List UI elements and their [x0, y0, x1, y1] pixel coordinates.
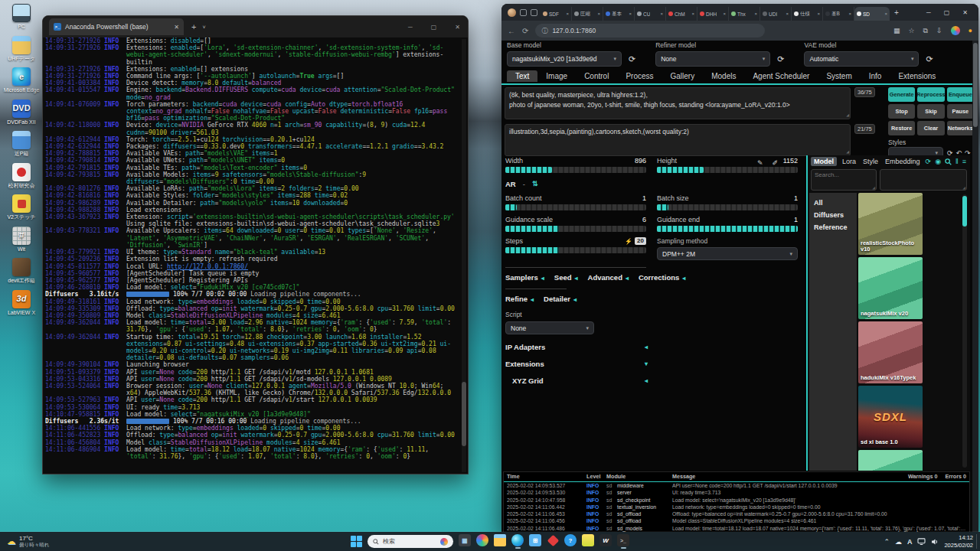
ime-indicator[interactable]: A	[907, 538, 913, 546]
browser-tabstrip[interactable]: SDF×圧縮×基本×CU×ChM×DHH×Thx×UDI×仕様×基B×SD× +…	[501, 4, 978, 21]
taskbar-icon-help[interactable]: ?	[564, 534, 577, 549]
accordion-refine[interactable]: Refine◂	[505, 295, 534, 303]
tab-text[interactable]: Text	[507, 70, 537, 82]
taskbar-search-box[interactable]: 検索	[368, 535, 453, 548]
model-card[interactable]: nagatsukiMix v20	[858, 257, 923, 319]
accordion-samplers[interactable]: Samplers◂	[505, 273, 544, 282]
taskbar-icon-notes[interactable]	[582, 534, 594, 549]
networks-tabs[interactable]: ModelLoraStyleEmbedding⟳◉ǁ≡×	[808, 155, 970, 168]
browser-tab[interactable]: DHH×	[697, 7, 729, 21]
section-extensions[interactable]: Extensions▾	[505, 360, 648, 368]
guidance-scale-slider[interactable]: Guidance scale6	[505, 216, 646, 232]
networks-description-box[interactable]	[880, 169, 967, 191]
networks-scrollbar[interactable]	[962, 194, 967, 468]
browser-tab[interactable]: 仕様×	[792, 7, 823, 21]
refiner-model-select[interactable]: None▾	[655, 51, 770, 67]
networks-filter-diffusers[interactable]: Diffusers	[814, 209, 852, 221]
restore-button[interactable]: Restore	[888, 121, 915, 135]
tab-control[interactable]: Control	[576, 70, 617, 82]
desktop-icon-folder[interactable]: UHFデータ	[3, 36, 40, 62]
vae-model-select[interactable]: Automatic▾	[804, 51, 919, 67]
model-card[interactable]: SDXLsd xl base 1.0	[858, 386, 923, 448]
terminal-tab-dropdown-icon[interactable]: ˅	[202, 24, 205, 30]
url-field[interactable]: ⓘ 127.0.0.1:7860	[535, 24, 765, 37]
taskbar-icon-copilot[interactable]	[476, 534, 488, 549]
networks-sort-icon[interactable]: ǁ	[956, 158, 959, 165]
network-icon[interactable]	[917, 538, 926, 545]
networks-tab-style[interactable]: Style	[861, 158, 880, 165]
taskbar-icon-explorer[interactable]	[494, 534, 506, 549]
desktop-icon-folder-blue[interactable]: 近P箱	[3, 131, 40, 157]
browser-window-button[interactable]: ─	[926, 9, 931, 16]
tab-agent-scheduler[interactable]: Agent Scheduler	[744, 70, 818, 82]
taskbar-icon-widgets[interactable]: ▦	[459, 534, 471, 549]
tab-process[interactable]: Process	[617, 70, 662, 82]
batch-size-slider[interactable]: Batch size1	[657, 194, 798, 210]
width-slider[interactable]: Width896	[505, 157, 646, 173]
refresh-icon[interactable]: ⟳	[522, 27, 528, 35]
desktop-icon-calc[interactable]: #Wit	[3, 227, 40, 253]
terminal-window-button[interactable]: ▢	[431, 24, 437, 31]
vae-model-refresh-icon[interactable]: ⟳	[926, 54, 933, 64]
sd-main-tabs[interactable]: TextImageControlProcessGalleryModelsAgen…	[507, 70, 944, 82]
networks-refresh-icon[interactable]: ⟳	[926, 158, 932, 165]
batch-count-slider[interactable]: Batch count1	[505, 194, 646, 210]
swap-dimensions-icon[interactable]: ⇅	[532, 180, 538, 187]
clear-button[interactable]: Clear	[917, 121, 944, 135]
browser-profile-avatar[interactable]	[508, 8, 516, 17]
terminal-window-controls[interactable]: ─▢✕	[408, 16, 460, 37]
terminal-window[interactable]: >_ Anaconda Powershell (base) ✕ + ˅ ─▢✕ …	[42, 15, 469, 474]
browser-tab-active[interactable]: SD×	[854, 7, 890, 21]
address-bar-actions[interactable]: ▦ ☆ ⧉ ⇩ ●	[893, 26, 972, 35]
taskbar-weather-widget[interactable]: ☁ 17°C 曇り時々晴れ	[0, 535, 56, 549]
desktop-icon-app-orange[interactable]: 3dLabVIEW X	[3, 290, 40, 316]
browser-tab[interactable]: SDF×	[541, 7, 572, 21]
new-tab-button[interactable]: +	[890, 8, 903, 17]
terminal-window-button[interactable]: ✕	[455, 24, 460, 31]
browser-tab[interactable]: 基本×	[603, 7, 635, 21]
networks-filter-all[interactable]: All	[814, 197, 852, 209]
desktop-icon-pc[interactable]: PC	[3, 4, 40, 30]
terminal-tab-close-icon[interactable]: ✕	[174, 24, 179, 31]
browser-page-scrollbar[interactable]	[972, 41, 978, 532]
networks-apply-icon[interactable]: ◉	[935, 158, 941, 165]
back-icon[interactable]: ←	[508, 27, 515, 35]
terminal-new-tab-button[interactable]: +	[191, 22, 196, 31]
copilot-icon[interactable]: ●	[969, 27, 972, 34]
enqueue-button[interactable]: Enqueue	[947, 87, 974, 102]
networks-tab-lora[interactable]: Lora	[841, 158, 858, 165]
browser-workspace-icons[interactable]	[505, 4, 541, 21]
browser-tabs[interactable]: SDF×圧縮×基本×CU×ChM×DHH×Thx×UDI×仕様×基B×SD×	[541, 7, 890, 21]
aspect-ratio-row[interactable]: AR-⇅	[505, 178, 798, 189]
networks-search-input[interactable]: Search...	[811, 169, 877, 191]
tab-image[interactable]: Image	[537, 70, 576, 82]
taskbar-icon-terminal[interactable]: >_	[617, 534, 629, 549]
networks-button[interactable]: Networks	[947, 121, 974, 135]
terminal-tab[interactable]: >_ Anaconda Powershell (base) ✕	[49, 18, 184, 35]
downloads-icon[interactable]: ⇩	[936, 27, 942, 34]
browser-window[interactable]: SDF×圧縮×基本×CU×ChM×DHH×Thx×UDI×仕様×基B×SD× +…	[501, 4, 978, 532]
browser-window-controls[interactable]: ─▢✕	[919, 9, 975, 16]
favorites-icon[interactable]: ☆	[909, 27, 915, 34]
base-model-select[interactable]: nagatsukiMix_v20 [1a3d9e9d▾	[507, 51, 622, 67]
networks-view-icon[interactable]: ≡	[962, 158, 966, 165]
accordion-detailer[interactable]: Detailer◂	[544, 295, 577, 303]
sampling-method-select[interactable]: DPM++ 2M▾	[657, 247, 798, 260]
tab-gallery[interactable]: Gallery	[662, 70, 704, 82]
browser-tab[interactable]: UDI×	[760, 7, 792, 21]
browser-window-button[interactable]: ✕	[962, 9, 968, 16]
accordion-advanced[interactable]: Advanced◂	[588, 273, 629, 282]
collections-icon[interactable]: ⧉	[923, 27, 928, 35]
browser-tab[interactable]: ChM×	[666, 7, 697, 21]
script-select[interactable]: None▾	[505, 321, 594, 334]
generate-button[interactable]: Generate	[888, 87, 915, 102]
networks-filter-reference[interactable]: Reference	[814, 221, 852, 233]
tray-chevron-icon[interactable]: ⌃	[884, 538, 890, 546]
volume-icon[interactable]	[931, 538, 939, 546]
browser-tab[interactable]: Thx×	[729, 7, 760, 21]
desktop-icon-app-yellow[interactable]: V2ステッチ	[3, 194, 40, 220]
browser-profile-icon[interactable]	[951, 26, 960, 35]
desktop-icon-edge[interactable]: eMicrosoft Edge	[3, 67, 40, 93]
networks-tab-embedding[interactable]: Embedding	[884, 158, 922, 165]
desktop-icon-pin-red[interactable]: 松村研究会	[3, 163, 40, 189]
